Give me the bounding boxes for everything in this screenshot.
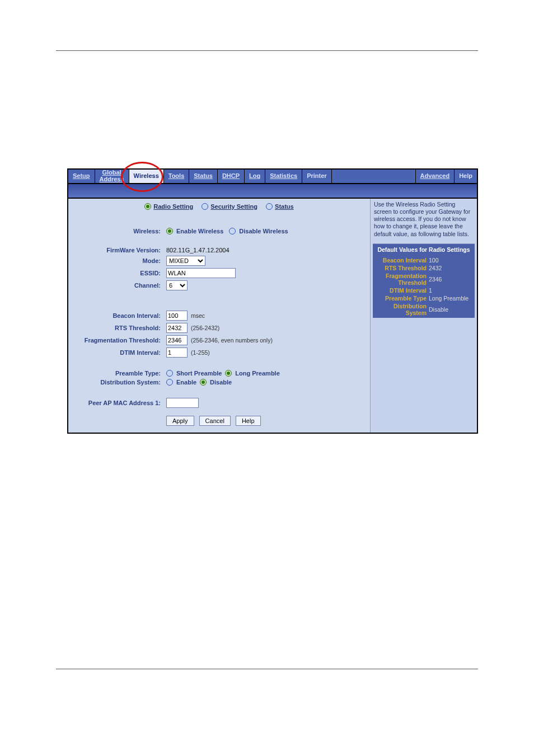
wireless-subnav: Radio Setting Security Setting Status xyxy=(68,199,370,218)
cancel-button[interactable]: Cancel xyxy=(199,416,231,426)
tab-gradient-strip xyxy=(67,184,478,199)
radio-dot-icon xyxy=(266,203,273,210)
tab-tools[interactable]: Tools xyxy=(164,170,190,183)
dist-disable-text: Disable xyxy=(210,379,232,386)
top-rule xyxy=(56,50,478,51)
radio-short-preamble[interactable] xyxy=(166,370,173,377)
help-button[interactable]: Help xyxy=(236,416,261,426)
disable-wireless-text: Disable Wireless xyxy=(239,228,288,234)
default-row: Preamble TypeLong Preamble xyxy=(373,294,475,302)
router-admin-panel: Setup Global Address Wireless Tools Stat… xyxy=(67,168,478,434)
radio-disable-wireless[interactable] xyxy=(229,228,236,234)
help-text: Use the Wireless Radio Setting screen to… xyxy=(371,199,477,243)
apply-button[interactable]: Apply xyxy=(166,416,194,426)
channel-select[interactable]: 6 xyxy=(166,280,188,290)
help-sidebar: Use the Wireless Radio Setting screen to… xyxy=(370,199,477,433)
tab-advanced[interactable]: Advanced xyxy=(416,170,455,183)
peer1-input[interactable] xyxy=(166,398,199,408)
short-preamble-text: Short Preamble xyxy=(176,370,222,377)
default-values-title: Default Values for Radio Settings xyxy=(373,245,475,256)
dtim-label: DTIM Interval: xyxy=(68,349,166,356)
peer1-label: Peer AP MAC Address 1: xyxy=(68,400,166,406)
default-row: RTS Threshold2432 xyxy=(373,264,475,272)
tab-spacer xyxy=(332,170,416,183)
dist-enable-text: Enable xyxy=(176,379,196,386)
radio-enable-wireless[interactable] xyxy=(166,228,173,234)
channel-label: Channel: xyxy=(68,282,166,289)
subnav-status[interactable]: Status xyxy=(266,203,294,210)
essid-label: ESSID: xyxy=(68,270,166,276)
rts-hint: (256-2432) xyxy=(191,325,219,331)
frag-hint: (256-2346, even numbers only) xyxy=(191,337,273,344)
wireless-label: Wireless: xyxy=(68,228,166,234)
rts-label: RTS Threshold: xyxy=(68,325,166,331)
tab-dhcp[interactable]: DHCP xyxy=(218,170,245,183)
default-row: Distribution SystemDisable xyxy=(373,302,475,317)
essid-input[interactable] xyxy=(166,268,236,278)
mode-select[interactable]: MIXED xyxy=(166,256,205,266)
radio-long-preamble[interactable] xyxy=(225,370,232,377)
tab-help[interactable]: Help xyxy=(455,170,477,183)
firmware-value: 802.11G_1.47.12.2004 xyxy=(166,247,229,253)
rts-input[interactable] xyxy=(166,323,188,333)
enable-wireless-text: Enable Wireless xyxy=(176,228,223,234)
tab-statistics[interactable]: Statistics xyxy=(265,170,302,183)
tab-global-address[interactable]: Global Address xyxy=(95,170,129,183)
tab-wireless[interactable]: Wireless xyxy=(129,170,164,183)
default-row: DTIM Interval1 xyxy=(373,287,475,294)
radio-dot-icon xyxy=(202,203,208,210)
firmware-label: FirmWare Version: xyxy=(68,247,166,253)
default-values-box: Default Values for Radio Settings Beacon… xyxy=(373,243,475,318)
dtim-hint: (1-255) xyxy=(191,349,210,356)
main-form: Radio Setting Security Setting Status Wi… xyxy=(68,199,370,433)
preamble-label: Preamble Type: xyxy=(68,370,166,377)
default-row: Fragmentation Threshold2346 xyxy=(373,272,475,287)
dtim-input[interactable] xyxy=(166,348,188,358)
tab-setup[interactable]: Setup xyxy=(68,170,95,183)
tab-status[interactable]: Status xyxy=(189,170,218,183)
beacon-hint: msec xyxy=(191,312,205,319)
mode-label: Mode: xyxy=(68,257,166,264)
radio-dist-enable[interactable] xyxy=(166,379,173,386)
dist-label: Distribution System: xyxy=(68,379,166,386)
primary-tabs: Setup Global Address Wireless Tools Stat… xyxy=(67,168,478,184)
subnav-security-setting[interactable]: Security Setting xyxy=(202,203,257,210)
radio-dot-icon xyxy=(144,203,151,210)
form-buttons: Apply Cancel Help xyxy=(166,416,370,426)
frag-input[interactable] xyxy=(166,335,188,345)
tab-log[interactable]: Log xyxy=(245,170,265,183)
radio-dist-disable[interactable] xyxy=(200,379,207,386)
beacon-label: Beacon Interval: xyxy=(68,312,166,319)
default-row: Beacon Interval100 xyxy=(373,256,475,264)
beacon-input[interactable] xyxy=(166,311,188,321)
bottom-rule xyxy=(56,669,478,669)
frag-label: Fragmentation Threshold: xyxy=(68,337,166,344)
long-preamble-text: Long Preamble xyxy=(235,370,279,377)
tab-printer[interactable]: Printer xyxy=(302,170,331,183)
subnav-radio-setting[interactable]: Radio Setting xyxy=(144,203,193,210)
